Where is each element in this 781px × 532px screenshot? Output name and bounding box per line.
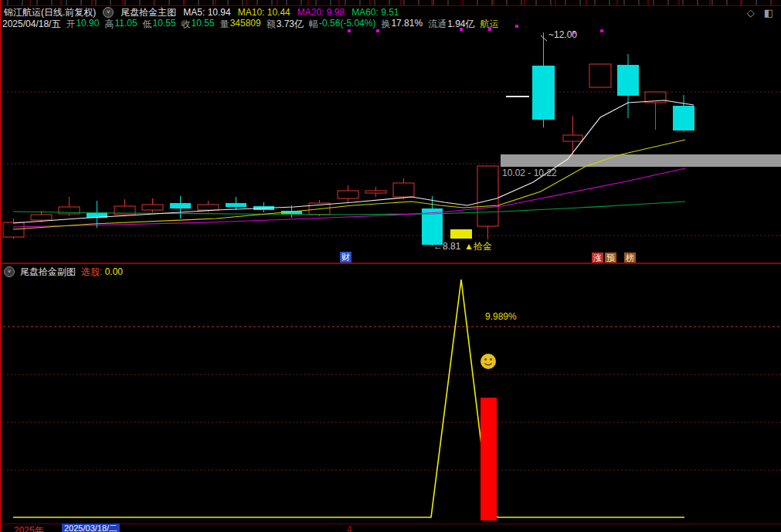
candle-up <box>393 183 414 197</box>
quote-field: 收10.55 <box>182 18 215 31</box>
annotation-low-price: ←8.81 <box>433 241 460 252</box>
annotation-indicator-value: 9.989% <box>485 311 517 322</box>
smiley-eye <box>490 358 492 361</box>
right-tab-0[interactable]: 涨 <box>592 252 603 263</box>
candle-down <box>170 203 191 208</box>
window-left-border <box>0 0 2 532</box>
annotation-signal: ▲拾金 <box>464 240 492 253</box>
candle-up <box>589 64 611 87</box>
quote-date: 2025/04/18/五 <box>2 18 60 31</box>
ma-value-list: MA5: 10.94MA10: 10.44MA20: 9.98MA60: 9.5… <box>183 7 399 18</box>
ma-label-2: MA20: 9.98 <box>297 7 345 18</box>
quote-field: 量345809 <box>220 18 261 31</box>
ma-label-1: MA10: 10.44 <box>238 7 290 18</box>
quote-field: 高11.05 <box>104 18 137 31</box>
header-icons: ◇◧ <box>747 7 773 19</box>
sub-indicator-value: 0.00 <box>105 266 123 277</box>
quote-field: 换17.81% <box>381 18 423 31</box>
sub-indicator-label: 选股: <box>81 266 102 277</box>
quote-field: 流通1.94亿 <box>428 18 474 31</box>
indicator-bar <box>480 398 497 520</box>
sub-chart-header: ˅ 尾盘拾金副图 选股: 0.00 <box>4 266 123 277</box>
smiley-eye <box>484 358 487 361</box>
right-tab-2[interactable]: 榜 <box>624 252 636 263</box>
chart-header: 锦江航运(日线.前复权) ˅ 尾盘拾金主图 MA5: 10.94MA10: 10… <box>4 7 399 18</box>
chevron-down-icon[interactable]: ˅ <box>4 266 15 277</box>
candle-up <box>563 135 582 141</box>
candle-down <box>617 65 639 96</box>
quote-field: 幅-0.56(-5.04%) <box>309 18 375 31</box>
panel-divider[interactable] <box>0 263 781 264</box>
ma-label-0: MA5: 10.94 <box>183 7 230 18</box>
signal-dot <box>600 29 603 32</box>
signal-dot <box>515 25 518 28</box>
quote-field: 开10.90 <box>66 18 99 31</box>
sector-tag[interactable]: 航运 <box>480 18 498 31</box>
quote-bar: 2025/04/18/五 开10.90高11.05低10.55收10.55量34… <box>2 19 498 29</box>
price-band <box>501 154 781 167</box>
candle-up <box>31 215 52 220</box>
diamond-icon[interactable]: ◇ <box>747 7 755 19</box>
window-icon[interactable]: ◧ <box>764 7 773 19</box>
annotation-high-price: ~12.00 <box>548 29 577 40</box>
time-axis: 2025年 2025/03/18/二 4 <box>0 524 781 532</box>
trading-app-window: 锦江航运(日线.前复权) ˅ 尾盘拾金主图 MA5: 10.94MA10: 10… <box>0 0 781 532</box>
signal-marker-box <box>450 229 472 239</box>
right-tab-1[interactable]: 预 <box>605 252 616 263</box>
candle-up <box>365 191 386 193</box>
candle-down <box>532 66 555 120</box>
candle-up <box>198 205 219 210</box>
toolbar-strip-cutoff <box>0 0 781 6</box>
quote-field: 额3.73亿 <box>267 18 304 31</box>
axis-marker: 4 <box>347 524 352 532</box>
axis-selected-date[interactable]: 2025/03/18/二 <box>62 524 120 532</box>
right-tab-group: 涨预榜 <box>592 252 636 263</box>
sub-indicator-name: 尾盘拾金副图 <box>20 266 76 279</box>
quote-field: 低10.55 <box>143 18 176 31</box>
axis-year-label: 2025年 <box>14 524 44 532</box>
annotation-price-band: 10.02 - 10.22 <box>502 168 557 178</box>
candle-down <box>673 106 694 130</box>
candle-down <box>226 203 246 207</box>
candle-up <box>338 191 358 198</box>
chevron-down-icon[interactable]: ˅ <box>103 7 114 18</box>
candle-up <box>142 205 163 210</box>
smiley-icon <box>480 354 496 369</box>
quote-fields: 开10.90高11.05低10.55收10.55量345809额3.73亿幅-0… <box>66 18 474 31</box>
finance-gadget-button[interactable]: 财 <box>340 252 351 263</box>
ma-label-3: MA60: 9.51 <box>351 7 399 18</box>
indicator-line <box>13 280 684 517</box>
candle-up <box>477 166 498 226</box>
